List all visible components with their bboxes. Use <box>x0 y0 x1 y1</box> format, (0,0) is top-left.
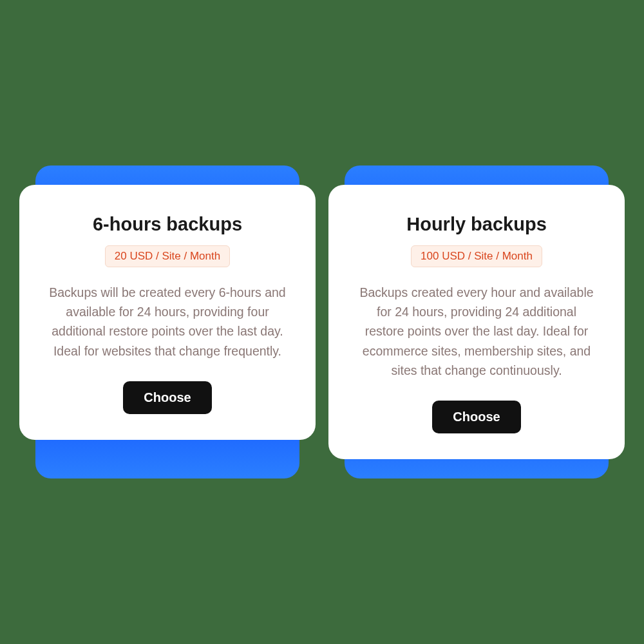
pricing-cards-container: 6-hours backups 20 USD / Site / Month Ba… <box>0 166 644 478</box>
plan-title: 6-hours backups <box>45 214 290 235</box>
pricing-card-hourly: Hourly backups 100 USD / Site / Month Ba… <box>328 185 625 459</box>
choose-button-hourly[interactable]: Choose <box>432 401 520 433</box>
plan-title: Hourly backups <box>354 214 599 235</box>
price-badge: 20 USD / Site / Month <box>105 245 230 267</box>
pricing-card-6hours: 6-hours backups 20 USD / Site / Month Ba… <box>19 185 316 440</box>
plan-description: Backups created every hour and available… <box>354 283 599 380</box>
price-badge: 100 USD / Site / Month <box>411 245 542 267</box>
plan-description: Backups will be created every 6-hours an… <box>45 283 290 361</box>
choose-button-6hours[interactable]: Choose <box>123 381 211 414</box>
card-wrapper-6hours: 6-hours backups 20 USD / Site / Month Ba… <box>13 166 322 478</box>
card-wrapper-hourly: Hourly backups 100 USD / Site / Month Ba… <box>322 166 631 478</box>
